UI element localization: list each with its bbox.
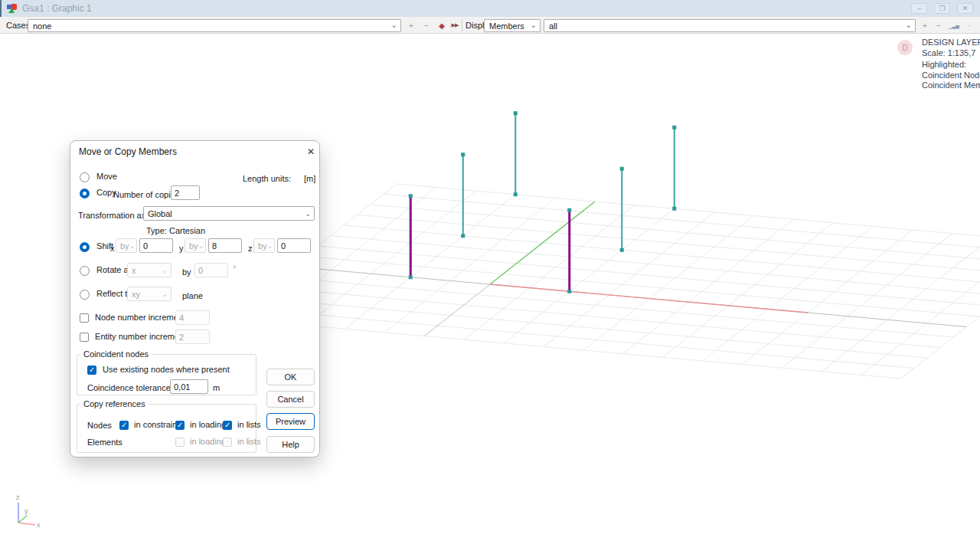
node-marker[interactable] [672, 207, 676, 211]
node-marker[interactable] [620, 248, 624, 252]
display-filter-combobox[interactable]: all ⌄ [544, 19, 916, 32]
entity-increment-checkbox[interactable]: Entity number increment [80, 332, 186, 342]
radio-icon [80, 242, 90, 252]
y-axis-line [490, 202, 595, 284]
rotate-axis-combobox: x ⌄ [127, 263, 172, 277]
grid-line [331, 235, 980, 296]
node-increment-input [175, 310, 210, 325]
shift-z-input[interactable] [277, 238, 311, 253]
node-marker[interactable] [409, 194, 413, 198]
dialog-title: Move or Copy Members [79, 146, 177, 157]
node-marker[interactable] [461, 152, 465, 156]
node-increment-label: Node number increment [95, 313, 185, 322]
tolerance-label: Coincidence tolerance [87, 383, 171, 392]
nodes-in-constraints-checkbox[interactable]: in constraints [119, 420, 184, 430]
checkbox-icon [80, 313, 89, 323]
radio-icon [80, 172, 90, 182]
shift-radio[interactable]: Shift [80, 241, 113, 252]
axes-combobox[interactable]: Global ⌄ [143, 206, 315, 221]
help-button[interactable]: Help [266, 436, 315, 453]
coincident-nodes-group-label: Coincident nodes [80, 349, 152, 359]
maximize-button[interactable]: ❐ [934, 3, 950, 14]
checkbox-icon [80, 333, 89, 342]
copy-radio[interactable]: Copy [80, 188, 116, 198]
move-radio[interactable]: Move [80, 172, 117, 182]
shift-y-mode-combobox: by ⌄ [185, 238, 206, 253]
chevron-down-icon: ⌄ [129, 242, 136, 250]
elements-row-label: Elements [87, 438, 122, 447]
titlebar: Gsa1 : Graphic 1 – ❐ ✕ [0, 0, 980, 17]
nodes-in-loading-checkbox[interactable]: in loading [175, 420, 226, 430]
zoom-out-icon[interactable]: − [933, 19, 945, 31]
triad-y-axis [18, 516, 27, 523]
display-members-combobox[interactable]: Members ⌄ [484, 19, 541, 32]
grid-line [782, 234, 952, 369]
reflect-plane-value: xy [132, 290, 140, 299]
rotate-axis-value: x [132, 266, 136, 275]
grid-line [279, 277, 954, 337]
ok-button[interactable]: OK [266, 369, 315, 385]
chevron-down-icon: ⌄ [305, 210, 311, 218]
node-marker[interactable] [514, 111, 518, 115]
grid-line [265, 287, 940, 348]
copies-label: Number of copies [113, 190, 179, 199]
node-increment-checkbox[interactable]: Node number increment [80, 313, 185, 323]
cases-combobox[interactable]: none ⌄ [28, 19, 401, 32]
minimize-button[interactable]: – [911, 3, 927, 14]
display-filter-value: all [549, 21, 557, 31]
node-marker[interactable] [672, 126, 676, 130]
cancel-button[interactable]: Cancel [266, 391, 315, 408]
grid-line [305, 191, 476, 326]
by-value: by [258, 241, 267, 251]
node-marker[interactable] [409, 275, 413, 279]
checkbox-icon [223, 421, 232, 430]
triad-label-y: y [24, 507, 28, 515]
node-marker[interactable] [461, 234, 465, 238]
shift-x-input[interactable] [139, 238, 173, 253]
display-members-value: Members [489, 21, 524, 31]
mark-icon[interactable]: · [963, 19, 975, 31]
shift-y-input[interactable] [208, 238, 242, 253]
case-remove-icon[interactable]: − [420, 19, 433, 31]
node-marker[interactable] [567, 290, 571, 293]
elements-in-loading-checkbox: in loading [175, 437, 226, 447]
by-value: by [189, 241, 198, 251]
zoom-in-icon[interactable]: + [919, 19, 931, 31]
close-window-button[interactable]: ✕ [957, 3, 973, 14]
nodes-row-label: Nodes [87, 421, 112, 430]
degree-symbol: ° [233, 264, 236, 273]
case-pin-icon[interactable]: ◆ [436, 19, 448, 31]
case-cycle-icon[interactable]: ▶▶ [449, 19, 461, 31]
grid-line [703, 226, 874, 361]
by-value: by [120, 241, 129, 251]
tolerance-input[interactable] [170, 379, 208, 394]
x-axis-line [490, 284, 808, 313]
node-marker[interactable] [567, 208, 571, 212]
chevron-down-icon: ⌄ [162, 290, 168, 298]
use-existing-nodes-checkbox[interactable]: Use existing nodes where present [87, 365, 230, 375]
grid-line [239, 308, 914, 369]
entity-increment-input [175, 330, 210, 344]
plane-label: plane [182, 291, 203, 300]
grid-line [504, 208, 675, 343]
triad-x-axis [18, 523, 35, 525]
nodes-in-lists-checkbox[interactable]: in lists [223, 420, 261, 430]
length-units-value: [m] [304, 174, 315, 183]
chart-icon[interactable]: ▁▃▅ [948, 19, 960, 31]
window-title: Gsa1 : Graphic 1 [22, 3, 92, 14]
close-icon[interactable]: ✕ [305, 146, 317, 158]
copies-input[interactable] [171, 185, 200, 200]
layer-name: DESIGN LAYER [922, 38, 980, 48]
in-lists-label: in lists [237, 420, 261, 429]
preview-button[interactable]: Preview [266, 413, 315, 430]
chevron-down-icon: ⌄ [531, 21, 537, 29]
node-marker[interactable] [620, 167, 624, 171]
radio-icon [80, 189, 90, 198]
shift-z-mode-combobox: by ⌄ [253, 238, 275, 253]
length-units-label: Length units: [243, 174, 291, 183]
toolbar: Cases none ⌄ + − ◆ ▶▶ Display Members ⌄ … [0, 17, 980, 34]
case-add-icon[interactable]: + [405, 19, 417, 31]
node-marker[interactable] [514, 192, 518, 196]
viewport-info: DESIGN LAYER Scale: 1:135,7 Highlighted:… [922, 38, 980, 91]
highlighted-item: Coincident Membe [922, 80, 980, 91]
